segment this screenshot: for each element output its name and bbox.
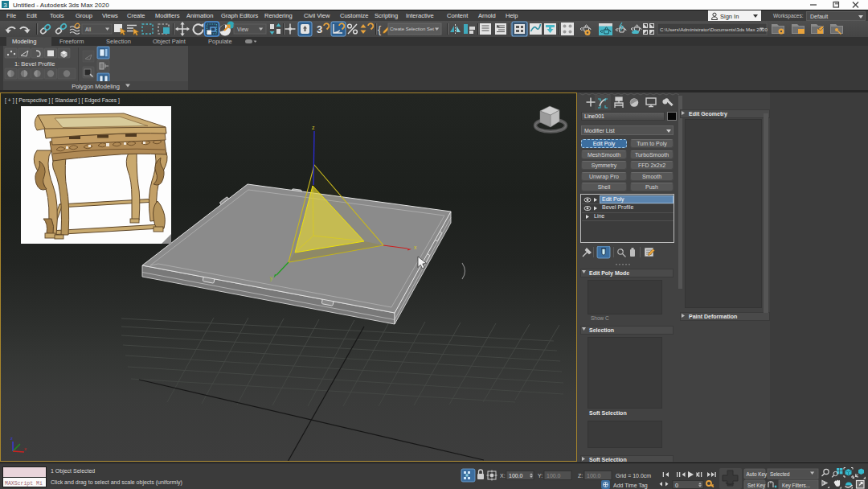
svg-text:z: z — [10, 436, 13, 441]
svg-text:x: x — [414, 244, 417, 250]
svg-text:100.0: 100.0 — [547, 473, 561, 479]
svg-text:y: y — [270, 275, 273, 281]
svg-text:All: All — [85, 27, 92, 32]
svg-text:Add Time Tag: Add Time Tag — [613, 483, 648, 489]
svg-text:Click and drag to select and s: Click and drag to select and scale objec… — [51, 479, 182, 486]
svg-text:Grid = 10.0cm: Grid = 10.0cm — [616, 473, 651, 479]
svg-text:MAXScript Mi: MAXScript Mi — [5, 481, 43, 487]
svg-text:3: 3 — [3, 2, 7, 9]
svg-text:[ + ] [ Perspective ] [ Standa: [ + ] [ Perspective ] [ Standard ] [ Edg… — [5, 97, 120, 104]
svg-text:Selected: Selected — [770, 471, 790, 477]
svg-text:x: x — [24, 446, 27, 451]
svg-text:Key Filters...: Key Filters... — [782, 483, 810, 489]
svg-text:Set Key: Set Key — [747, 483, 766, 489]
svg-text:3: 3 — [317, 23, 322, 35]
svg-text:Create Selection Set: Create Selection Set — [390, 27, 434, 31]
svg-text:z: z — [312, 125, 315, 130]
svg-text:Z:: Z: — [578, 473, 583, 479]
svg-text:C:\Users\Administrator\Documen: C:\Users\Administrator\Documents\3ds Max… — [660, 27, 768, 32]
svg-text:Y:: Y: — [538, 473, 542, 479]
svg-text:Auto Key: Auto Key — [747, 471, 768, 478]
svg-text:100.0: 100.0 — [509, 473, 523, 479]
svg-text:X:: X: — [500, 473, 506, 479]
svg-text:Polygon Modeling: Polygon Modeling — [72, 83, 120, 90]
svg-text:1: Bevel Profile: 1: Bevel Profile — [14, 60, 55, 68]
svg-text:{: { — [378, 23, 382, 35]
svg-text:1 Object Selected: 1 Object Selected — [51, 468, 95, 475]
svg-text:100.0: 100.0 — [587, 473, 601, 479]
svg-text:View: View — [237, 27, 248, 32]
svg-text:0: 0 — [675, 483, 678, 488]
